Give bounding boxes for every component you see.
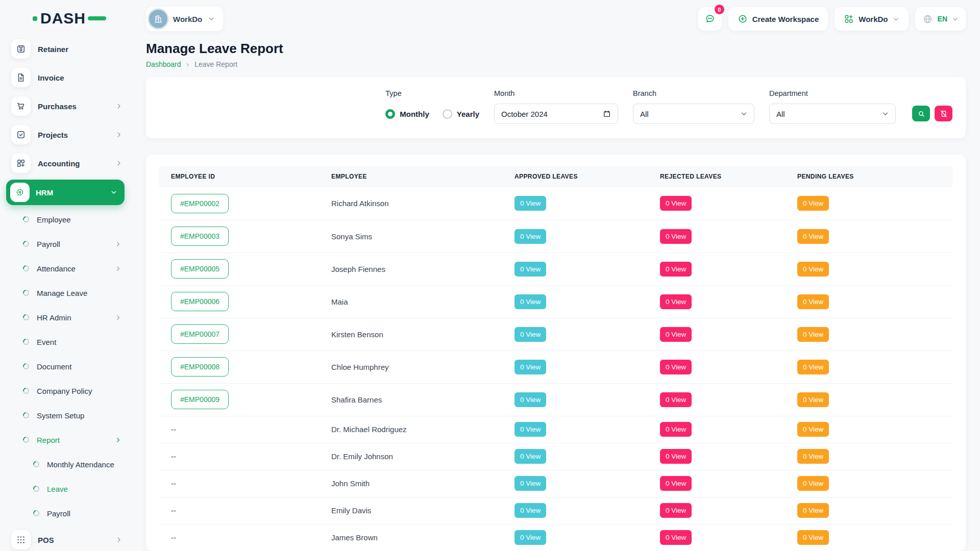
pending-leaves-view-badge[interactable]: 0 View bbox=[797, 327, 829, 342]
retainer-save-icon bbox=[16, 44, 26, 54]
approved-leaves-view-badge[interactable]: 0 View bbox=[514, 449, 546, 464]
bullet-donut-icon bbox=[23, 363, 29, 369]
radio-monthly[interactable]: Monthly bbox=[385, 109, 429, 119]
employee-id-badge[interactable]: #EMP00005 bbox=[171, 259, 229, 279]
column-header-pending-leaves: PENDING LEAVES bbox=[792, 166, 953, 187]
rejected-leaves-view-badge[interactable]: 0 View bbox=[660, 360, 692, 374]
sidebar-item-report[interactable]: Report bbox=[0, 428, 131, 452]
employee-id-badge[interactable]: #EMP00008 bbox=[171, 357, 229, 377]
sidebar-item-attendance[interactable]: Attendance bbox=[0, 256, 131, 281]
employee-id-badge[interactable]: #EMP00006 bbox=[171, 292, 229, 311]
pending-leaves-view-badge[interactable]: 0 View bbox=[797, 476, 829, 491]
approved-leaves-view-badge[interactable]: 0 View bbox=[514, 422, 546, 437]
pending-leaves-view-badge[interactable]: 0 View bbox=[797, 503, 829, 518]
sidebar-item-leave[interactable]: Leave bbox=[0, 477, 131, 501]
search-button[interactable] bbox=[912, 106, 930, 121]
radio-monthly-control[interactable] bbox=[385, 109, 395, 119]
rejected-leaves-view-badge[interactable]: 0 View bbox=[660, 294, 692, 309]
radio-yearly-control[interactable] bbox=[443, 109, 452, 119]
app-switcher-button[interactable]: WorkDo bbox=[835, 7, 908, 31]
create-workspace-button[interactable]: Create Workspace bbox=[728, 7, 828, 31]
approved-leaves-view-badge[interactable]: 0 View bbox=[514, 327, 546, 342]
rejected-leaves-view-badge[interactable]: 0 View bbox=[660, 392, 692, 407]
pending-leaves-view-badge[interactable]: 0 View bbox=[797, 294, 829, 309]
employee-name: Dr. Michael Rodriguez bbox=[326, 416, 509, 443]
sidebar-item-label: Report bbox=[37, 436, 115, 444]
rejected-leaves-view-badge[interactable]: 0 View bbox=[660, 449, 692, 464]
building-icon bbox=[153, 14, 163, 24]
column-header-approved-leaves: APPROVED LEAVES bbox=[509, 166, 655, 187]
sidebar-item-document[interactable]: Document bbox=[0, 354, 131, 379]
employee-id-badge[interactable]: #EMP00003 bbox=[171, 227, 229, 246]
rejected-leaves-view-badge[interactable]: 0 View bbox=[660, 530, 692, 545]
approved-leaves-view-badge[interactable]: 0 View bbox=[514, 503, 546, 518]
app-logo[interactable]: DASH bbox=[0, 11, 131, 35]
pending-leaves-view-badge[interactable]: 0 View bbox=[797, 229, 829, 244]
pending-leaves-view-badge[interactable]: 0 View bbox=[797, 530, 829, 545]
approved-leaves-view-badge[interactable]: 0 View bbox=[514, 392, 546, 407]
rejected-leaves-view-badge[interactable]: 0 View bbox=[660, 422, 692, 437]
pending-leaves-view-badge[interactable]: 0 View bbox=[797, 392, 829, 407]
bullet-donut-icon bbox=[23, 290, 29, 296]
rejected-leaves-view-badge[interactable]: 0 View bbox=[660, 196, 692, 211]
sidebar-item-hrm[interactable]: HRM bbox=[6, 180, 125, 205]
sidebar-item-pos[interactable]: POS bbox=[0, 525, 131, 551]
sidebar-item-label: Leave bbox=[47, 485, 121, 493]
department-select[interactable]: All bbox=[769, 104, 896, 124]
employee-id-badge[interactable]: #EMP00007 bbox=[171, 324, 229, 344]
rejected-leaves-view-badge[interactable]: 0 View bbox=[660, 503, 692, 518]
sidebar-item-monthly-attendance[interactable]: Monthly Attendance bbox=[0, 452, 131, 477]
pending-leaves-view-badge[interactable]: 0 View bbox=[797, 360, 829, 374]
sidebar: DASH RetainerInvoicePurchasesProjectsAcc… bbox=[0, 0, 131, 551]
sidebar-item-employee[interactable]: Employee bbox=[0, 207, 131, 232]
sidebar-item-company-policy[interactable]: Company Policy bbox=[0, 379, 131, 403]
sidebar-item-payroll[interactable]: Payroll bbox=[0, 232, 131, 256]
column-header-employee-id: EMPLOYEE ID bbox=[159, 166, 326, 187]
sidebar-item-retainer[interactable]: Retainer bbox=[0, 35, 131, 63]
table-row: #EMP00009Shafira Barnes0 View0 View0 Vie… bbox=[159, 383, 953, 416]
radio-yearly[interactable]: Yearly bbox=[443, 109, 479, 119]
table-row: #EMP00007Kirsten Benson0 View0 View0 Vie… bbox=[159, 318, 953, 350]
language-selector[interactable]: EN bbox=[915, 7, 966, 31]
plus-circle-icon bbox=[738, 14, 748, 24]
sidebar-item-projects[interactable]: Projects bbox=[0, 120, 131, 149]
pending-leaves-view-badge[interactable]: 0 View bbox=[797, 196, 829, 211]
approved-leaves-view-badge[interactable]: 0 View bbox=[514, 530, 546, 545]
employee-id-empty: -- bbox=[159, 497, 326, 524]
approved-leaves-view-badge[interactable]: 0 View bbox=[514, 294, 546, 309]
sidebar-item-purchases[interactable]: Purchases bbox=[0, 92, 131, 120]
sidebar-item-accounting[interactable]: Accounting bbox=[0, 149, 131, 178]
pending-leaves-view-badge[interactable]: 0 View bbox=[797, 422, 829, 437]
rejected-leaves-view-badge[interactable]: 0 View bbox=[660, 229, 692, 244]
approved-leaves-view-badge[interactable]: 0 View bbox=[514, 196, 546, 211]
branch-select[interactable]: All bbox=[633, 104, 754, 124]
messenger-button[interactable]: 0 bbox=[698, 7, 722, 31]
employee-id-empty: -- bbox=[159, 416, 326, 443]
sidebar-item-hr-admin[interactable]: HR Admin bbox=[0, 305, 131, 330]
reset-filter-button[interactable] bbox=[935, 106, 952, 121]
workspace-selector[interactable]: WorkDo bbox=[146, 7, 223, 31]
sidebar-item-manage-leave[interactable]: Manage Leave bbox=[0, 281, 131, 305]
pending-leaves-view-badge[interactable]: 0 View bbox=[797, 449, 829, 464]
employee-id-badge[interactable]: #EMP00009 bbox=[171, 390, 229, 409]
sidebar-item-label: POS bbox=[38, 536, 115, 544]
radio-monthly-label: Monthly bbox=[400, 110, 429, 118]
rejected-leaves-view-badge[interactable]: 0 View bbox=[660, 262, 692, 277]
breadcrumb-dashboard-link[interactable]: Dashboard bbox=[146, 60, 181, 68]
bullet-donut-icon bbox=[23, 339, 29, 345]
approved-leaves-view-badge[interactable]: 0 View bbox=[514, 360, 546, 374]
sidebar-item-event[interactable]: Event bbox=[0, 330, 131, 354]
approved-leaves-view-badge[interactable]: 0 View bbox=[514, 229, 546, 244]
employee-id-badge[interactable]: #EMP00002 bbox=[171, 194, 229, 213]
approved-leaves-view-badge[interactable]: 0 View bbox=[514, 262, 546, 277]
pending-leaves-view-badge[interactable]: 0 View bbox=[797, 262, 829, 277]
rejected-leaves-view-badge[interactable]: 0 View bbox=[660, 476, 692, 491]
employee-name: Dr. Emily Johnson bbox=[326, 443, 509, 470]
approved-leaves-view-badge[interactable]: 0 View bbox=[514, 476, 546, 491]
sidebar-item-payroll[interactable]: Payroll bbox=[0, 501, 131, 525]
rejected-leaves-view-badge[interactable]: 0 View bbox=[660, 327, 692, 342]
month-input[interactable]: October 2024 bbox=[494, 104, 618, 124]
sidebar-item-system-setup[interactable]: System Setup bbox=[0, 403, 131, 428]
sidebar-item-invoice[interactable]: Invoice bbox=[0, 63, 131, 92]
branch-filter-group: Branch All bbox=[633, 89, 754, 124]
